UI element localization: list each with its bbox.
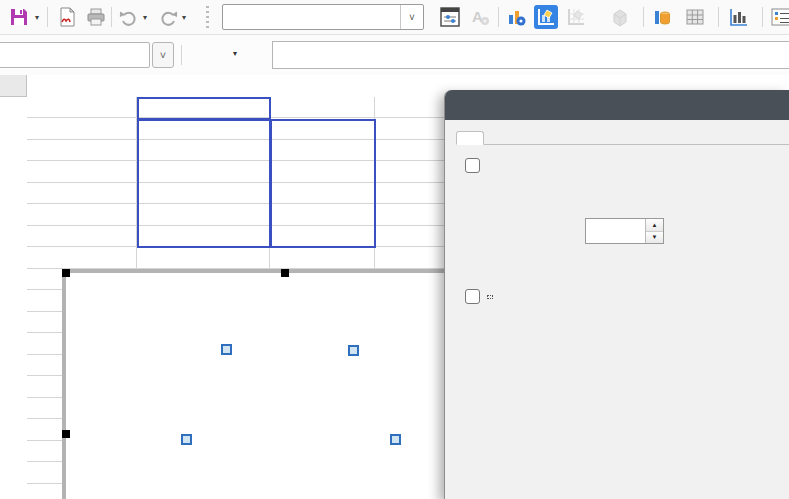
toolbar: ▾ ▾ [0,0,789,35]
pdf-icon [57,7,77,27]
toolbar-separator [498,7,499,27]
colors-range-outline [270,119,376,248]
angle-dial[interactable] [473,182,571,280]
data-table-button[interactable] [683,5,707,29]
series-selection-handle[interactable] [181,434,192,445]
save-icon [9,7,29,27]
legend-icon [770,6,789,28]
toolbar-separator [643,7,644,27]
chart-type-icon [505,6,527,28]
redo-icon [158,7,178,27]
object-resize-handle[interactable] [281,269,289,277]
format-character-button[interactable]: A [468,5,492,29]
data-ranges-button[interactable] [650,5,674,29]
tab-transparency[interactable] [512,130,540,144]
series-selection-handle[interactable] [348,345,359,356]
dialog-content: ▲ ▼ [445,145,789,304]
data-ranges-icon [651,6,673,28]
cube-3d-icon [609,6,631,28]
chart-element-selector[interactable]: ˅ [222,4,424,30]
object-resize-handle[interactable] [62,269,70,277]
formula-bar: ˅ ▾ [0,35,789,76]
format-chart-floor-button[interactable] [564,5,588,29]
tab-options[interactable] [456,131,484,145]
donut-hole [215,365,362,499]
toolbar-separator [111,7,112,27]
print-button[interactable] [84,5,108,29]
format-chart-wall-button[interactable] [534,5,558,29]
printer-icon [86,7,106,27]
toolbar-separator [762,7,763,27]
redo-dropdown-arrow[interactable]: ▾ [178,12,190,22]
formula-input[interactable] [272,41,789,69]
chart-edit-frame[interactable] [62,269,444,499]
chevron-down-icon[interactable]: ˅ [400,5,423,29]
chart-type-button[interactable] [504,5,528,29]
values-range-outline [137,119,271,248]
app-window: ▾ ▾ [0,0,789,499]
name-box-dropdown[interactable]: ˅ [152,42,174,68]
tab-borders[interactable] [540,130,568,144]
dialog-tabbar [456,130,789,145]
data-series-dialog: ▲ ▼ [444,90,789,499]
grids-icon [727,6,749,28]
name-box[interactable] [0,42,150,68]
angle-spinner[interactable]: ▲ ▼ [585,218,664,244]
3d-view-button[interactable] [608,5,632,29]
tab-area[interactable] [484,130,512,144]
save-button[interactable] [7,5,31,29]
clockwise-checkbox[interactable] [465,158,480,173]
legend-toggle-button[interactable] [770,5,789,29]
toolbar-separator [47,7,48,27]
spin-down-button[interactable]: ▼ [646,232,663,244]
chart-wall-paint-icon [535,6,557,28]
hidden-cells-checkbox[interactable] [465,289,480,304]
hidden-cells-label [488,296,492,298]
sum-dropdown-arrow[interactable]: ▾ [233,49,237,58]
series-selection-handle[interactable] [221,344,232,355]
toolbar-drag-handle [206,6,209,28]
horizontal-grids-button[interactable] [726,5,750,29]
grid-lines [27,269,62,499]
format-selection-button[interactable] [438,5,462,29]
select-all-corner[interactable] [0,75,27,97]
format-selection-icon [439,6,461,28]
spin-up-button[interactable]: ▲ [646,219,663,232]
character-gear-icon: A [469,6,491,28]
save-dropdown-arrow[interactable]: ▾ [31,12,43,22]
undo-button[interactable] [117,5,141,29]
table-grid-icon [684,6,706,28]
series-selection-handle[interactable] [390,434,401,445]
formula-bar-separator [181,45,182,65]
label-range-outline [137,97,271,120]
export-pdf-button[interactable] [55,5,79,29]
redo-button[interactable] [156,5,180,29]
undo-dropdown-arrow[interactable]: ▾ [139,12,151,22]
chart-floor-paint-icon [565,6,587,28]
undo-icon [119,7,139,27]
object-resize-handle[interactable] [62,430,70,438]
toolbar-separator [718,7,719,27]
dialog-titlebar[interactable] [445,90,789,120]
